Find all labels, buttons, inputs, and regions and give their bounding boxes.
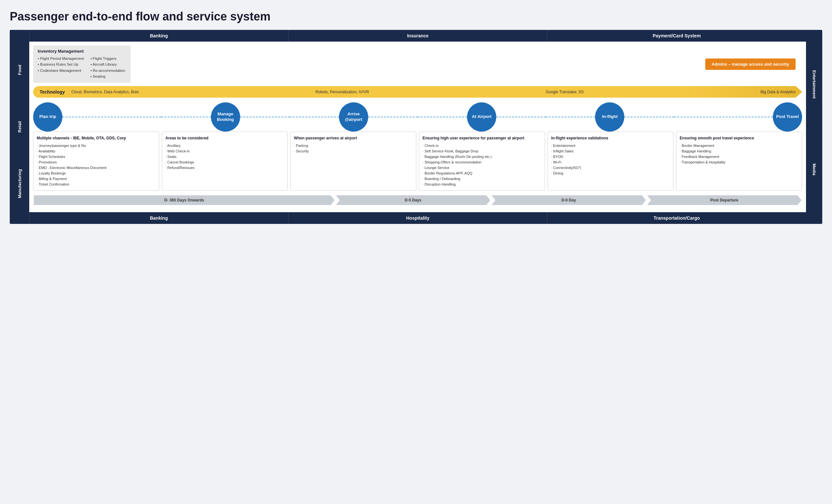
info-box-item: Shopping-Offers & recommendation	[422, 160, 542, 165]
timeline-item: Post Departure	[647, 195, 802, 205]
inventory-row: Inventory Management Flight Period Manag…	[33, 46, 802, 83]
info-box-item: Seats	[165, 154, 284, 160]
info-box-item: Security	[294, 149, 413, 154]
top-header-payment: Payment/Card System	[547, 30, 806, 42]
journey-step: In-flight	[546, 102, 674, 132]
info-box-title: Ensuring high user experience for passen…	[422, 135, 542, 141]
journey-line	[624, 117, 674, 117]
bottom-header-transport: Transportation/Cargo	[547, 212, 806, 224]
info-box: Ensuring high user experience for passen…	[419, 132, 545, 191]
inventory-col-1: Flight Period ManagementBusiness Rules S…	[38, 56, 84, 80]
info-box: In-flight experience validationsEntertai…	[548, 132, 674, 191]
info-box-item: Refund/Reissues	[165, 165, 284, 170]
timeline-item: D-0 Day	[491, 195, 646, 205]
info-box-item: EMD - Electronic Miscellaneous Document	[37, 165, 156, 170]
journey-circle: In-flight	[595, 102, 624, 132]
info-box-item: BYOD	[551, 154, 670, 160]
journey-step: Manage Booking	[161, 102, 289, 132]
timeline-item: D- 365 Days Onwards	[34, 195, 335, 205]
inventory-item: Codeshare Management	[38, 68, 84, 74]
journey-line	[546, 117, 595, 117]
inventory-item: Business Rules Set Up	[38, 61, 84, 67]
journey-circle: Plan trip	[33, 102, 62, 132]
content-area: Food Retail Manufacturing Inventory Mana…	[10, 42, 822, 212]
info-box-item: Self Service Kiosk, Baggage Drop	[422, 149, 542, 154]
tech-item-3: Google Translator, 5G	[546, 90, 584, 94]
info-box-title: Multiple channels - IBE, Mobile, OTA, GD…	[37, 135, 156, 141]
info-box-item: Promotions	[37, 160, 156, 165]
top-header-row: Banking Insurance Payment/Card System	[10, 30, 822, 42]
info-box-item: Entertainment	[551, 143, 670, 149]
admin-badge: Admins – manage access and security	[705, 58, 796, 70]
info-box-item: Check-in	[422, 143, 542, 149]
info-box: Areas to be consideredAncillaryWeb Check…	[162, 132, 288, 191]
tech-item-1: Cloud, Biometrics, Data Analytics, Bots	[72, 90, 139, 94]
info-box-item: Feedback Management	[680, 154, 799, 160]
info-box-item: Lounge Service	[422, 165, 542, 170]
info-boxes-row: Multiple channels - IBE, Mobile, OTA, GD…	[33, 132, 802, 191]
journey-line	[368, 117, 418, 117]
sidebar-media: Media	[806, 127, 822, 212]
journey-circle: Arrive @airport	[339, 102, 368, 132]
bottom-header-hospitality: Hospitality	[288, 212, 547, 224]
top-header-banking: Banking	[29, 30, 288, 42]
tech-item-2: Robots, Personalization, IV/VR	[316, 90, 369, 94]
journey-line	[62, 117, 161, 117]
inventory-col-2: Flight TriggersAircraft LibraryRe-accomm…	[90, 56, 125, 80]
info-box: Multiple channels - IBE, Mobile, OTA, GD…	[33, 132, 159, 191]
timeline-item: D-5 Days	[336, 195, 490, 205]
info-box-item: Wi-Fi	[551, 160, 670, 165]
bottom-header-banking: Banking	[29, 212, 288, 224]
left-sidebar: Food Retail Manufacturing	[10, 42, 29, 212]
info-box-title: Areas to be considered	[165, 135, 284, 141]
info-box-item: Availability	[37, 149, 156, 154]
info-box-item: Connectivity(5G*)	[551, 165, 670, 170]
journey-step: Post Travel	[674, 102, 802, 132]
journey-line	[240, 117, 290, 117]
inventory-box: Inventory Management Flight Period Manag…	[33, 46, 131, 83]
journey-step: Plan trip	[33, 102, 161, 132]
inventory-cols: Flight Period ManagementBusiness Rules S…	[38, 56, 126, 80]
journey-circle: At Airport	[467, 102, 496, 132]
journey-circle: Post Travel	[773, 102, 802, 132]
main-container: Banking Insurance Payment/Card System Fo…	[10, 30, 822, 224]
journey-line	[496, 117, 546, 117]
journey-circle: Manage Booking	[211, 102, 240, 132]
info-box-item: Ancillary	[165, 143, 284, 149]
info-box-title: In-flight experience validations	[551, 135, 670, 141]
info-box-title: When passenger arrives at airport	[294, 135, 413, 141]
tech-bar-items: Cloud, Biometrics, Data Analytics, Bots …	[72, 90, 796, 94]
info-box-item: Border Regulations APP, AQQ	[422, 170, 542, 176]
info-box-title: Ensuring smooth post travel experience	[680, 135, 799, 141]
info-box-item: Ticket Confirmation	[37, 182, 156, 187]
journey-line	[674, 117, 773, 117]
inventory-title: Inventory Management	[38, 49, 126, 54]
info-box-item: Inflight Sales	[551, 149, 670, 154]
info-box: When passenger arrives at airportParking…	[290, 132, 416, 191]
info-box: Ensuring smooth post travel experienceBo…	[676, 132, 802, 191]
info-box-item: Boarding / Deboarding	[422, 176, 542, 182]
inner-content: Inventory Management Flight Period Manag…	[29, 42, 806, 212]
info-box-item: Transportation & Hospitality	[680, 160, 799, 165]
journey-row: Plan tripManage BookingArrive @airportAt…	[33, 102, 802, 132]
info-box-item: Billing & Payment	[37, 176, 156, 182]
info-box-item: Web Check-in	[165, 149, 284, 154]
sidebar-food: Food	[10, 42, 29, 99]
info-box-item: Parking	[294, 143, 413, 149]
journey-step: Arrive @airport	[290, 102, 418, 132]
inventory-item: Re-accommodation	[90, 68, 125, 74]
sidebar-entertainment: Entertainment	[806, 42, 822, 127]
info-box-item: Journey/passenger type & No.	[37, 143, 156, 149]
journey-line	[161, 117, 211, 117]
info-box-item: Cancel Bookings	[165, 160, 284, 165]
inventory-item: Flight Triggers	[90, 56, 125, 61]
page-title: Passenger end-to-end flow and service sy…	[10, 10, 822, 23]
sidebar-retail: Retail	[10, 99, 29, 155]
inventory-item: Seating	[90, 74, 125, 79]
right-sidebar: Entertainment Media	[806, 42, 822, 212]
info-box-item: Flight Schedules	[37, 154, 156, 160]
info-box-item: Baggage Handling	[680, 149, 799, 154]
journey-line	[290, 117, 339, 117]
info-box-item: Baggage Handling (Rush/ De-pooling etc.)	[422, 154, 542, 160]
journey-line	[418, 117, 467, 117]
